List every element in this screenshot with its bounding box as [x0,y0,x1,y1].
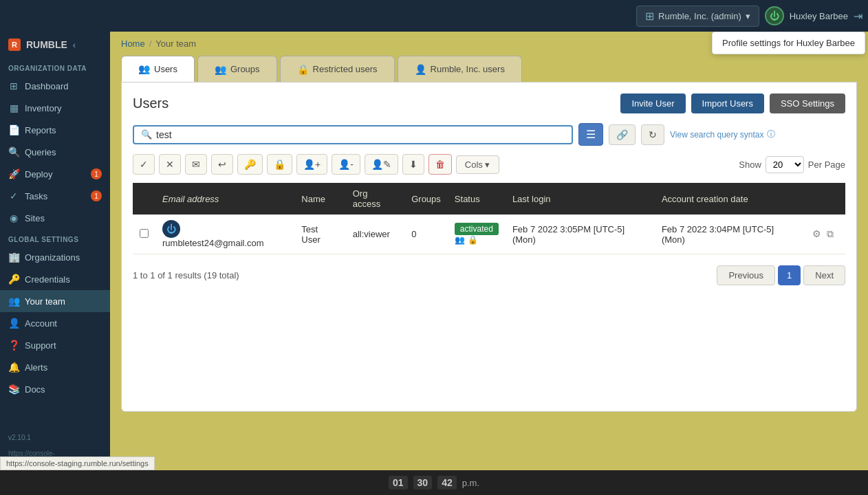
url-bar: https://console-staging.rumble.run/setti… [0,456,155,470]
time-minute: 30 [413,476,433,490]
sidebar-label-credentials: Credentials [25,274,70,285]
action-toolbar: ✓ ✕ ✉ ↩ 🔑 🔒 👤+ 👤- 👤✎ ⬇ 🗑 Cols ▾ Show 10 [133,154,845,175]
sidebar-label-inventory: Inventory [25,103,61,113]
sidebar-item-your-team[interactable]: 👥 Your team [0,290,110,312]
tab-rumble-users[interactable]: 👤 Rumble, Inc. users [398,56,522,82]
version-label: v2.10.1 [0,428,110,447]
search-input[interactable] [156,129,565,140]
next-button[interactable]: Next [803,265,845,285]
cell-email: ⏻ rumbletest24@gmail.com [155,214,294,254]
tab-restricted[interactable]: 🔒 Restricted users [280,56,395,82]
refresh-button[interactable]: ↻ [641,124,664,145]
sidebar-label-reports: Reports [25,125,56,135]
search-icon: 🔍 [141,129,152,140]
profile-tooltip: Profile settings for Huxley Barbee [712,32,865,54]
sso-settings-button[interactable]: SSO Settings [770,94,845,113]
link-tool-button[interactable]: 🔗 [609,124,636,145]
per-page-select[interactable]: 10 20 50 100 [766,156,804,173]
breadcrumb-current: Your team [155,38,196,49]
sidebar-item-alerts[interactable]: 🔔 Alerts [0,356,110,378]
row-copy-button[interactable]: ⧉ [825,227,835,241]
table-view-button[interactable]: ☰ [578,123,603,146]
email-button[interactable]: ✉ [185,154,207,175]
sidebar-label-support: Support [25,340,56,351]
sidebar-item-dashboard[interactable]: ⊞ Dashboard [0,75,110,97]
row-checkbox[interactable] [140,229,149,238]
sidebar-item-inventory[interactable]: ▦ Inventory [0,97,110,119]
delete-button[interactable]: 🗑 [428,154,452,175]
results-text: 1 to 1 of 1 results (19 total) [133,270,239,280]
sidebar-item-credentials[interactable]: 🔑 Credentials [0,268,110,290]
col-groups: Groups [404,183,448,214]
logout-icon[interactable]: ⇥ [854,10,862,23]
cell-name: Test User [294,214,345,254]
sidebar: R RUMBLE ‹ ORGANIZATION DATA ⊞ Dashboard… [0,32,110,470]
assign-button[interactable]: ↩ [211,154,233,175]
support-icon: ❓ [8,340,19,351]
deselect-button[interactable]: ✕ [159,154,181,175]
current-page: 1 [778,265,801,285]
dashboard-icon: ⊞ [8,80,19,91]
col-org-access: Org access [346,183,404,214]
organizations-icon: 🏢 [8,252,19,263]
tasks-badge: 1 [91,190,102,201]
topbar: ⊞ Rumble, Inc. (admin) ▾ ⏻ Huxley Barbee… [0,0,868,32]
logo-area: R RUMBLE ‹ [0,32,110,58]
sidebar-label-deploy: Deploy [25,169,52,179]
sidebar-item-support[interactable]: ❓ Support [0,334,110,356]
bottom-bar: 01 30 42 p.m. [0,470,868,495]
cell-row-actions: ⚙ ⧉ [804,214,845,254]
col-last-login: Last login [506,183,655,214]
alerts-icon: 🔔 [8,362,19,373]
tab-users[interactable]: 👥 Users [121,56,195,82]
credentials-icon: 🔑 [8,274,19,285]
previous-button[interactable]: Previous [717,265,775,285]
tab-groups[interactable]: 👥 Groups [197,56,277,82]
col-created: Account creation date [655,183,804,214]
your-team-icon: 👥 [8,296,19,307]
sidebar-item-organizations[interactable]: 🏢 Organizations [0,246,110,268]
sidebar-item-account[interactable]: 👤 Account [0,312,110,334]
user-remove-button[interactable]: 👤- [332,154,360,175]
search-box: 🔍 [133,125,573,144]
org-selector[interactable]: ⊞ Rumble, Inc. (admin) ▾ [636,6,759,27]
sidebar-item-tasks[interactable]: ✓ Tasks 1 [0,185,110,207]
sidebar-collapse-icon[interactable]: ‹ [73,40,76,50]
tabs-row: 👥 Users 👥 Groups 🔒 Restricted users 👤 Ru… [121,56,857,82]
sidebar-item-queries[interactable]: 🔍 Queries [0,141,110,163]
sidebar-label-docs: Docs [25,384,45,395]
pagination: Previous 1 Next [717,265,845,285]
sidebar-item-deploy[interactable]: 🚀 Deploy 1 [0,163,110,185]
row-settings-button[interactable]: ⚙ [811,227,823,241]
breadcrumb-home[interactable]: Home [121,38,145,49]
col-status: Status [448,183,506,214]
sidebar-item-sites[interactable]: ◉ Sites [0,207,110,229]
groups-tab-icon: 👥 [215,64,226,75]
sidebar-item-docs[interactable]: 📚 Docs [0,378,110,400]
sidebar-label-queries: Queries [25,147,56,157]
cols-button[interactable]: Cols ▾ [456,155,499,174]
org-label: Rumble, Inc. (admin) [658,11,741,21]
user-avatar: ⏻ [162,220,180,238]
users-panel: Users Invite User Import Users SSO Setti… [121,82,857,412]
sidebar-label-account: Account [25,318,57,329]
org-section-label: ORGANIZATION DATA [0,58,110,75]
time-ampm: p.m. [462,478,479,488]
users-tab-icon: 👥 [138,63,150,74]
sidebar-item-reports[interactable]: 📄 Reports [0,119,110,141]
rumble-logo: R [8,38,21,51]
select-all-button[interactable]: ✓ [133,154,155,175]
key-button[interactable]: 🔑 [237,154,263,175]
lock-button[interactable]: 🔒 [267,154,292,175]
search-row: 🔍 ☰ 🔗 ↻ View search query syntax ⓘ [133,123,845,146]
user-edit-button[interactable]: 👤✎ [365,154,398,175]
invite-user-button[interactable]: Invite User [620,94,685,113]
user-add-button[interactable]: 👤+ [296,154,327,175]
show-section: Show 10 20 50 100 Per Page [739,156,845,173]
deploy-badge: 1 [91,168,102,179]
import-users-button[interactable]: Import Users [691,94,764,113]
download-button[interactable]: ⬇ [402,154,424,175]
user-name[interactable]: Huxley Barbee [790,11,848,21]
sidebar-label-your-team: Your team [25,296,65,307]
search-syntax-link[interactable]: View search query syntax ⓘ [670,129,775,140]
